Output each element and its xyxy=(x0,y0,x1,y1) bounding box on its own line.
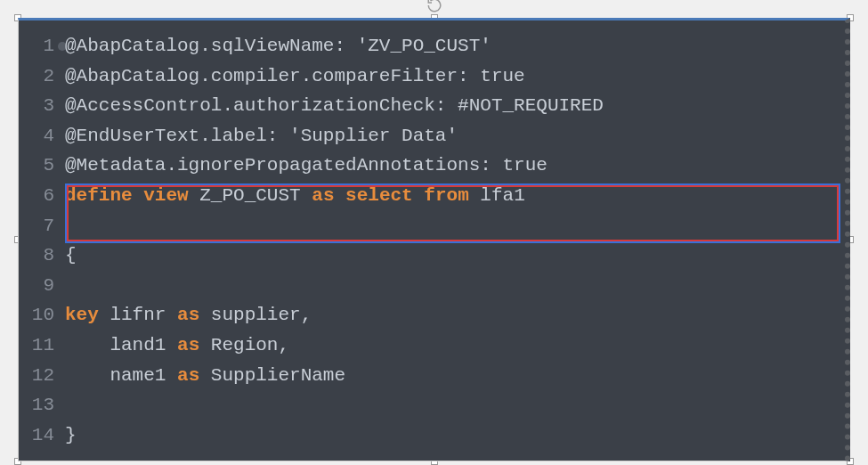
code-token: @EndUserText.label: 'Supplier Data' xyxy=(65,126,458,146)
code-line-2[interactable]: 2@AbapCatalog.compiler.compareFilter: tr… xyxy=(19,61,838,92)
code-content[interactable]: @AbapCatalog.compiler.compareFilter: tru… xyxy=(65,61,838,92)
line-number: 5 xyxy=(19,151,65,181)
code-content[interactable]: define view Z_PO_CUST as select from lfa… xyxy=(65,181,838,211)
line-number: 9 xyxy=(19,271,65,301)
code-line-12[interactable]: 12 name1 as SupplierName xyxy=(19,361,838,391)
code-token: select xyxy=(345,185,413,206)
code-token: name1 xyxy=(65,365,177,386)
code-line-11[interactable]: 11 land1 as Region, xyxy=(19,330,838,361)
code-content[interactable]: @AbapCatalog.sqlViewName: 'ZV_PO_CUST' xyxy=(65,31,838,61)
code-token: SupplierName xyxy=(199,365,345,386)
code-line-3[interactable]: 3@AccessControl.authorizationCheck: #NOT… xyxy=(19,91,838,121)
line-number: 11 xyxy=(19,330,65,361)
code-token: @AbapCatalog.compiler.compareFilter: tru… xyxy=(65,66,525,86)
line-number: 12 xyxy=(19,361,65,391)
code-line-4[interactable]: 4@EndUserText.label: 'Supplier Data' xyxy=(19,121,838,151)
code-token: as xyxy=(177,335,199,355)
code-content[interactable]: { xyxy=(65,241,838,271)
code-line-5[interactable]: 5@Metadata.ignorePropagatedAnnotations: … xyxy=(19,151,838,181)
line-number: 6 xyxy=(19,181,65,211)
line-number: 13 xyxy=(19,390,65,420)
code-token: @Metadata.ignorePropagatedAnnotations: t… xyxy=(65,155,548,175)
code-token: @AbapCatalog.sqlViewName: 'ZV_PO_CUST' xyxy=(65,36,491,56)
line-number: 8 xyxy=(19,241,65,271)
code-content[interactable]: @EndUserText.label: 'Supplier Data' xyxy=(65,121,838,151)
code-token: view xyxy=(143,185,188,206)
code-token: from xyxy=(424,185,468,206)
code-line-9[interactable]: 9 xyxy=(19,271,838,301)
code-content[interactable]: land1 as Region, xyxy=(65,330,838,361)
code-token: Region, xyxy=(199,335,289,355)
code-token: supplier, xyxy=(199,305,312,325)
code-content[interactable] xyxy=(65,271,838,301)
code-token: as xyxy=(177,305,199,325)
line-number: 1 xyxy=(19,31,65,61)
code-token: } xyxy=(65,425,77,445)
code-token: lifnr xyxy=(99,305,177,325)
code-token: lfa1 xyxy=(469,185,525,206)
code-token xyxy=(133,185,144,206)
code-line-10[interactable]: 10key lifnr as supplier, xyxy=(19,300,838,330)
code-token: define xyxy=(65,185,133,206)
code-token: { xyxy=(65,245,77,265)
code-line-6[interactable]: 6define view Z_PO_CUST as select from lf… xyxy=(19,181,838,211)
code-content[interactable] xyxy=(65,211,838,241)
line-number: 7 xyxy=(19,211,65,241)
line-number: 14 xyxy=(19,420,65,451)
code-token: @AccessControl.authorizationCheck: #NOT_… xyxy=(65,95,604,116)
code-line-13[interactable]: 13 xyxy=(19,390,838,420)
code-line-7[interactable]: 7 xyxy=(19,211,838,241)
code-content[interactable]: name1 as SupplierName xyxy=(65,361,838,391)
code-token: as xyxy=(312,185,334,206)
code-line-14[interactable]: 14} xyxy=(19,420,838,451)
code-token: land1 xyxy=(65,335,177,355)
code-editor[interactable]: 1@AbapCatalog.sqlViewName: 'ZV_PO_CUST'2… xyxy=(18,18,850,461)
line-number: 4 xyxy=(19,121,65,151)
line-number: 3 xyxy=(19,91,65,121)
code-content[interactable]: key lifnr as supplier, xyxy=(65,300,838,330)
line-number: 2 xyxy=(19,61,65,92)
code-line-8[interactable]: 8{ xyxy=(19,241,838,271)
code-content[interactable]: @AccessControl.authorizationCheck: #NOT_… xyxy=(65,91,838,121)
rotate-handle-icon[interactable] xyxy=(426,0,443,14)
code-token: Z_PO_CUST xyxy=(189,185,312,206)
code-content[interactable]: @Metadata.ignorePropagatedAnnotations: t… xyxy=(65,151,838,181)
line-number: 10 xyxy=(19,300,65,330)
code-token xyxy=(413,185,425,206)
code-content[interactable] xyxy=(65,390,838,420)
code-content[interactable]: } xyxy=(65,420,838,451)
code-token: key xyxy=(65,305,99,325)
editor-wrapper: 1@AbapCatalog.sqlViewName: 'ZV_PO_CUST'2… xyxy=(18,18,850,461)
code-line-1[interactable]: 1@AbapCatalog.sqlViewName: 'ZV_PO_CUST' xyxy=(19,31,838,61)
code-token: as xyxy=(177,365,199,386)
code-token xyxy=(335,185,346,206)
